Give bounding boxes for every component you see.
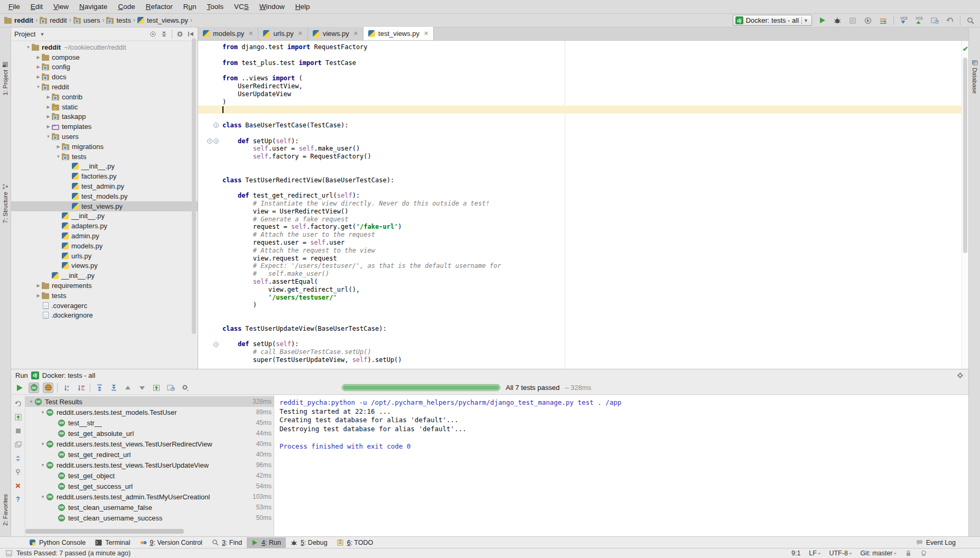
tool-window-button-4-run[interactable]: 4: Run bbox=[247, 537, 286, 548]
breadcrumb-item[interactable]: tests bbox=[106, 16, 130, 24]
project-panel-title[interactable]: Project bbox=[14, 30, 35, 38]
project-tree-item[interactable]: adapters.py bbox=[11, 221, 198, 231]
tree-collapsed-icon[interactable]: ▶ bbox=[45, 114, 52, 119]
git-branch-widget[interactable]: Git: master÷ bbox=[860, 550, 897, 557]
hide-panel-icon[interactable] bbox=[188, 31, 194, 38]
test-history-button[interactable] bbox=[165, 383, 176, 393]
search-everywhere-button[interactable] bbox=[965, 15, 976, 26]
vcs-update-button[interactable]: VCS bbox=[899, 15, 909, 26]
show-passed-toggle[interactable]: OK bbox=[29, 383, 39, 393]
coverage-button[interactable] bbox=[847, 15, 858, 26]
breadcrumb-item[interactable]: users bbox=[73, 16, 100, 24]
run-with-coverage-button[interactable] bbox=[878, 15, 889, 26]
test-result-row[interactable]: ▼OKTest Results328ms bbox=[25, 396, 274, 407]
local-history-button[interactable] bbox=[929, 15, 940, 26]
revert-button[interactable] bbox=[945, 15, 955, 26]
project-tree-item[interactable]: ▶contrib bbox=[11, 92, 198, 102]
editor-scrollbar[interactable]: ✔ bbox=[962, 41, 968, 369]
test-result-row[interactable]: OKtest_get_object42ms bbox=[25, 470, 274, 481]
project-tree-item[interactable]: ▶taskapp bbox=[11, 112, 198, 122]
tree-expanded-icon[interactable]: ▼ bbox=[45, 134, 52, 139]
project-tree-item[interactable]: ▶static bbox=[11, 102, 198, 112]
tree-expanded-icon[interactable]: ▼ bbox=[39, 463, 46, 468]
collapse-all-icon[interactable] bbox=[161, 31, 167, 38]
project-tree-item[interactable]: ▼reddit bbox=[11, 82, 198, 92]
locate-file-icon[interactable] bbox=[150, 31, 156, 38]
editor-tab-test_views-py[interactable]: test_views.py✕ bbox=[363, 27, 434, 40]
project-tree-item[interactable]: urls.py bbox=[11, 251, 198, 261]
close-icon[interactable]: ✕ bbox=[424, 30, 428, 37]
test-result-row[interactable]: OKtest_clean_username_success50ms bbox=[25, 513, 274, 523]
tool-window-button-3-find[interactable]: 3: Find bbox=[207, 537, 247, 548]
project-tree-item[interactable]: models.py bbox=[11, 241, 198, 251]
project-tree-item[interactable]: ▶migrations bbox=[11, 142, 198, 152]
breadcrumb-item[interactable]: reddit bbox=[4, 16, 33, 24]
tree-collapsed-icon[interactable]: ▶ bbox=[35, 64, 42, 69]
test-result-row[interactable]: ▼OKreddit.users.tests.test_models.TestUs… bbox=[25, 407, 274, 417]
line-ending-widget[interactable]: LF÷ bbox=[809, 550, 820, 557]
test-result-row[interactable]: OKtest_get_absolute_url44ms bbox=[25, 428, 274, 439]
menu-item-run[interactable]: Run bbox=[178, 3, 202, 11]
close-icon[interactable]: ✕ bbox=[353, 30, 358, 37]
project-tree-item[interactable]: admin.py bbox=[11, 231, 198, 241]
test-result-row[interactable]: OKtest_get_success_url54ms bbox=[25, 481, 274, 491]
tool-button-project[interactable]: 1: Project bbox=[0, 61, 11, 96]
restore-layout-icon[interactable] bbox=[14, 441, 22, 448]
caret-position-widget[interactable]: 9:1 bbox=[791, 550, 800, 557]
test-result-row[interactable]: OKtest__str__45ms bbox=[25, 417, 274, 428]
editor-tab-views-py[interactable]: views.py✕ bbox=[308, 27, 363, 40]
menu-item-edit[interactable]: Edit bbox=[25, 3, 48, 11]
export-test-results-button[interactable] bbox=[151, 383, 162, 393]
rerun-tests-button[interactable] bbox=[14, 383, 25, 393]
toolwindow-switcher-icon[interactable] bbox=[5, 550, 12, 557]
project-tree-item[interactable]: test_views.py bbox=[11, 201, 198, 211]
project-tree-item[interactable]: test_admin.py bbox=[11, 181, 198, 191]
hector-inspections-icon[interactable] bbox=[920, 550, 927, 557]
event-log-button[interactable]: Event Log bbox=[916, 539, 956, 546]
scroll-to-source-icon[interactable] bbox=[14, 454, 22, 462]
next-failed-test-button[interactable] bbox=[137, 383, 147, 393]
tree-expanded-icon[interactable]: ▼ bbox=[27, 399, 35, 404]
project-tree-item[interactable]: .dockerignore bbox=[11, 311, 198, 321]
tool-window-button-9-version-control[interactable]: 9: Version Control bbox=[135, 537, 207, 548]
encoding-widget[interactable]: UTF-8÷ bbox=[829, 550, 852, 557]
tool-button-favorites[interactable]: 2: Favorites bbox=[0, 494, 11, 526]
rerun-failed-tests-icon[interactable] bbox=[14, 413, 22, 421]
menu-item-navigate[interactable]: Navigate bbox=[74, 3, 113, 11]
menu-item-window[interactable]: Window bbox=[254, 3, 290, 11]
test-result-row[interactable]: ▼OKreddit.users.tests.test_admin.TestMyU… bbox=[25, 491, 274, 502]
overridden-marker-icon[interactable]: ↓ bbox=[213, 138, 219, 144]
menu-item-view[interactable]: View bbox=[48, 3, 74, 11]
project-tree-item[interactable]: factories.py bbox=[11, 171, 198, 181]
test-result-row[interactable]: OKtest_get_redirect_url40ms bbox=[25, 449, 274, 460]
project-tree-item[interactable]: __init__.py bbox=[11, 211, 198, 221]
tool-window-button-6-todo[interactable]: 6: TODO bbox=[332, 537, 378, 548]
tree-collapsed-icon[interactable]: ▶ bbox=[45, 124, 52, 129]
rerun-icon[interactable] bbox=[14, 399, 22, 407]
editor-scrollbar-thumb[interactable] bbox=[963, 58, 967, 253]
test-result-row[interactable]: OKtest_clean_username_false53ms bbox=[25, 502, 274, 513]
menu-item-tools[interactable]: Tools bbox=[201, 3, 229, 11]
collapse-all-button[interactable] bbox=[108, 383, 119, 393]
breadcrumb-item[interactable]: test_views.py bbox=[137, 16, 188, 24]
menu-item-help[interactable]: Help bbox=[290, 3, 315, 11]
overriding-marker-icon[interactable]: ↑ bbox=[207, 138, 212, 144]
tool-button-database[interactable]: Database bbox=[969, 59, 980, 94]
gear-icon[interactable] bbox=[176, 31, 183, 38]
status-message[interactable]: Tests Passed: 7 passed (a minute ago) bbox=[16, 550, 130, 557]
editor-tab-models-py[interactable]: models.py✕ bbox=[198, 27, 258, 40]
project-tree-item[interactable]: ▼reddit ~/cookiecutter/reddit bbox=[11, 42, 198, 52]
sort-alphabetically-button[interactable]: az bbox=[61, 383, 72, 393]
tree-collapsed-icon[interactable]: ▶ bbox=[35, 283, 42, 288]
project-tree-item[interactable]: views.py bbox=[11, 261, 198, 271]
project-tree-item[interactable]: test_models.py bbox=[11, 191, 198, 201]
overriding-marker-icon[interactable]: ↑ bbox=[213, 342, 219, 347]
tool-window-button-5-debug[interactable]: 5: Debug bbox=[286, 537, 332, 548]
test-tree-hscrollbar[interactable] bbox=[25, 529, 274, 534]
menu-item-vcs[interactable]: VCS bbox=[229, 3, 254, 11]
help-icon[interactable]: ? bbox=[14, 496, 22, 503]
tree-expanded-icon[interactable]: ▼ bbox=[39, 410, 46, 415]
close-icon[interactable]: ✕ bbox=[248, 30, 253, 37]
tool-window-button-terminal[interactable]: Terminal bbox=[90, 537, 135, 548]
code-editor[interactable]: from django.test import RequestFactoryfr… bbox=[198, 41, 968, 369]
